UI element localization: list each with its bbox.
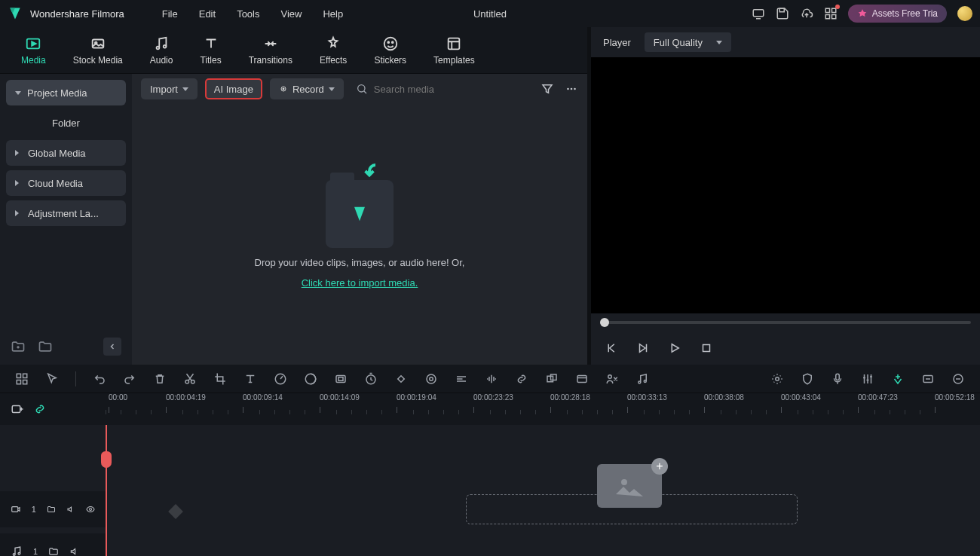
delete-icon[interactable] [153, 372, 167, 386]
redo-icon[interactable] [123, 372, 136, 386]
group-icon[interactable] [545, 372, 559, 386]
quality-select[interactable]: Full Quality [645, 32, 731, 52]
color-icon[interactable] [304, 372, 317, 386]
svg-marker-24 [354, 207, 365, 221]
magnet-marker-icon[interactable] [891, 372, 905, 386]
keyframe-icon[interactable] [394, 372, 408, 386]
zoom-out-icon[interactable] [951, 372, 965, 386]
play-icon[interactable] [668, 341, 681, 355]
search-input[interactable] [374, 84, 525, 95]
speed-icon[interactable] [274, 372, 287, 386]
timer-icon[interactable] [364, 372, 378, 386]
sidebar-cloud-media[interactable]: Cloud Media [6, 170, 126, 196]
record-button[interactable]: Record [270, 78, 344, 99]
sidebar-adjustment-layer[interactable]: Adjustment La... [6, 200, 126, 226]
menu-view[interactable]: View [280, 8, 302, 20]
sidebar-folder[interactable]: Folder [6, 110, 126, 136]
music-icon[interactable] [635, 372, 649, 386]
render-icon[interactable] [575, 372, 589, 386]
play-back-icon[interactable] [636, 341, 650, 355]
sidebar-global-media[interactable]: Global Media [6, 140, 126, 166]
tab-effects[interactable]: Effects [320, 35, 347, 66]
menu-edit[interactable]: Edit [199, 8, 216, 20]
folder-icon[interactable] [48, 546, 59, 556]
svg-point-14 [384, 37, 397, 50]
mute-icon[interactable] [69, 546, 80, 556]
collapse-sidebar-icon[interactable] [103, 338, 121, 356]
link-icon[interactable] [515, 372, 528, 386]
voice-icon[interactable] [605, 372, 619, 386]
svg-point-21 [567, 88, 569, 90]
playback-scrubber[interactable] [600, 321, 971, 324]
cut-icon[interactable] [183, 372, 197, 386]
mixer-icon[interactable] [861, 372, 874, 386]
save-icon[interactable] [776, 7, 789, 20]
image-placeholder-icon [614, 475, 645, 497]
more-icon[interactable] [565, 82, 578, 96]
timeline-ruler[interactable]: 00:0000:00:04:1900:00:09:1400:00:14:0900… [0, 393, 980, 425]
cloud-upload-icon[interactable] [800, 7, 813, 20]
titlebar: Wondershare Filmora File Edit Tools View… [0, 0, 980, 27]
undo-icon[interactable] [93, 372, 106, 386]
folder-icon[interactable] [38, 339, 53, 354]
align-icon[interactable] [455, 372, 468, 386]
chevron-down-icon [15, 91, 21, 95]
apps-icon[interactable] [824, 7, 838, 20]
plus-icon: + [651, 458, 668, 475]
assets-pill[interactable]: Assets Free Tria [848, 5, 947, 23]
timeline-tracks[interactable]: 1 1 + [0, 425, 980, 556]
new-folder-icon[interactable] [11, 339, 26, 354]
tab-audio[interactable]: Audio [150, 35, 173, 66]
menu-help[interactable]: Help [323, 8, 343, 20]
add-track-icon[interactable] [11, 402, 24, 416]
svg-point-54 [89, 508, 91, 510]
mask-icon[interactable] [334, 372, 348, 386]
sidebar-project-media[interactable]: Project Media [6, 80, 126, 105]
tab-templates[interactable]: Templates [433, 35, 475, 66]
link-track-icon[interactable] [33, 402, 47, 416]
svg-rect-37 [338, 377, 343, 380]
menu-file[interactable]: File [162, 8, 178, 20]
svg-rect-30 [17, 380, 20, 383]
menu-tools[interactable]: Tools [237, 8, 259, 20]
track-icon[interactable] [424, 372, 438, 386]
eye-icon[interactable] [86, 504, 95, 515]
folder-icon[interactable] [47, 504, 56, 515]
media-drop-zone[interactable]: Drop your video clips, images, or audio … [132, 104, 587, 365]
mute-icon[interactable] [66, 504, 75, 515]
mic-icon[interactable] [831, 372, 844, 386]
text-icon[interactable] [243, 372, 257, 386]
tab-transitions[interactable]: Transitions [249, 35, 292, 66]
search-icon [356, 83, 368, 95]
stop-icon[interactable] [700, 341, 713, 355]
svg-rect-5 [831, 8, 835, 12]
video-track-header[interactable]: 1 [0, 491, 106, 527]
player-panel: Player Full Quality [591, 27, 980, 365]
device-icon[interactable] [752, 7, 765, 20]
filter-icon[interactable] [541, 82, 554, 96]
prev-frame-icon[interactable] [605, 341, 618, 355]
svg-marker-9 [32, 41, 37, 46]
user-avatar[interactable] [957, 6, 972, 21]
cursor-icon[interactable] [45, 372, 59, 386]
svg-point-48 [776, 377, 779, 380]
shield-icon[interactable] [801, 372, 814, 386]
ai-image-button[interactable]: AI Image [205, 78, 262, 99]
chevron-right-icon [15, 150, 22, 156]
layout-icon[interactable] [15, 372, 29, 386]
import-media-link[interactable]: Click here to import media. [302, 277, 418, 289]
tab-stock-media[interactable]: Stock Media [73, 35, 123, 66]
svg-rect-28 [17, 374, 20, 377]
audio-track-header[interactable]: 1 [0, 533, 106, 556]
fit-icon[interactable] [921, 372, 935, 386]
import-button[interactable]: Import [141, 78, 198, 99]
tab-stickers[interactable]: Stickers [374, 35, 406, 66]
video-preview[interactable] [591, 57, 980, 313]
crop-icon[interactable] [213, 372, 227, 386]
audio-wave-icon[interactable] [485, 372, 498, 386]
drop-media-placeholder[interactable]: + [597, 464, 662, 508]
tab-titles[interactable]: Titles [200, 35, 221, 66]
tab-media[interactable]: Media [21, 35, 46, 66]
playhead[interactable] [106, 425, 107, 556]
marker-sun-icon[interactable] [770, 372, 784, 386]
